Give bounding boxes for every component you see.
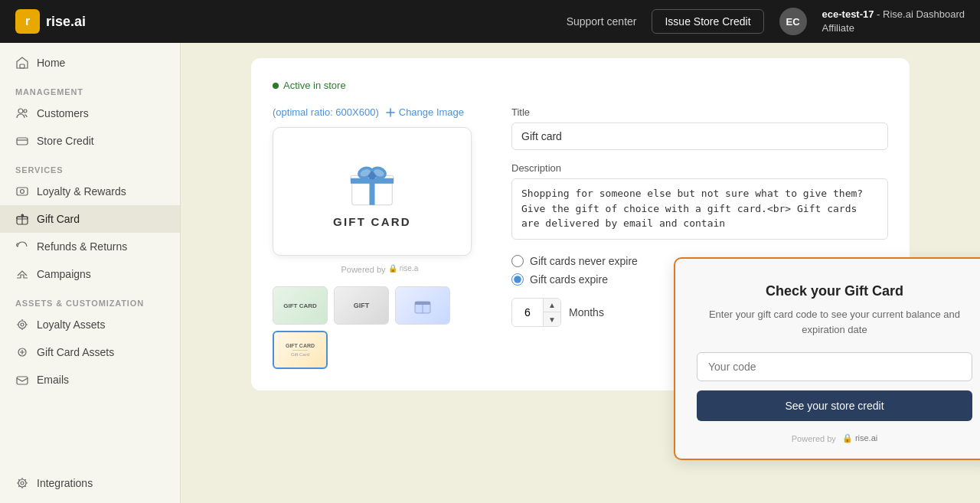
- svg-text:🔒 rise.ai: 🔒 rise.ai: [388, 263, 419, 273]
- months-up-arrow[interactable]: ▲: [544, 299, 560, 312]
- overlay-description: Enter your gift card code to see your cu…: [697, 307, 972, 337]
- user-name: ece-test-17: [822, 8, 874, 20]
- sidebar-gift-card-label: Gift Card: [37, 213, 80, 225]
- sidebar-item-store-credit[interactable]: Store Credit: [0, 127, 180, 155]
- card-thumb-3[interactable]: [395, 286, 450, 325]
- refunds-icon: [15, 240, 29, 253]
- gift-card-preview-label: GIFT CARD: [333, 215, 411, 228]
- sidebar-item-refunds[interactable]: Refunds & Returns: [0, 233, 180, 260]
- sidebar-store-credit-label: Store Credit: [37, 135, 94, 147]
- gift-card-assets-icon: [15, 345, 29, 359]
- sidebar-loyalty-label: Loyalty & Rewards: [37, 185, 126, 198]
- months-label: Months: [569, 306, 604, 318]
- radio-expire-label: Gift cards expire: [530, 273, 608, 286]
- overlay-code-input[interactable]: [697, 352, 972, 381]
- radio-never-expire-label: Gift cards never expire: [530, 255, 638, 267]
- sidebar-customers-label: Customers: [37, 107, 89, 119]
- sidebar: Home MANAGEMENT Customers Store: [0, 43, 181, 503]
- active-badge-text: Active in store: [283, 80, 346, 91]
- card-thumb-1[interactable]: GIFT CARD: [273, 286, 328, 325]
- sidebar-integrations-label: Integrations: [37, 477, 93, 489]
- months-value-input[interactable]: [512, 302, 543, 323]
- svg-point-2: [24, 109, 27, 113]
- overlay-submit-button[interactable]: See your store credit: [697, 390, 972, 421]
- sidebar-item-campaigns[interactable]: Campaigns: [0, 260, 180, 288]
- sidebar-refunds-label: Refunds & Returns: [37, 240, 127, 253]
- gift-box-svg: [345, 155, 399, 209]
- home-icon: [15, 56, 29, 70]
- integrations-icon: [15, 476, 29, 490]
- assets-section-label: ASSETS & CUSTOMIZATION: [0, 288, 180, 311]
- card-thumb-4[interactable]: GIFT CARD Gift Card: [273, 331, 328, 369]
- change-image-label: Change Image: [399, 106, 464, 118]
- svg-rect-11: [17, 377, 28, 384]
- sidebar-item-gift-card[interactable]: Gift Card: [0, 205, 180, 233]
- services-section-label: SERVICES: [0, 155, 180, 178]
- svg-rect-3: [17, 138, 28, 145]
- months-input-wrap: ▲ ▼: [511, 298, 561, 327]
- radio-never-expire-input[interactable]: [511, 255, 524, 267]
- issue-store-credit-button[interactable]: Issue Store Credit: [652, 9, 763, 34]
- svg-point-5: [21, 190, 24, 194]
- sidebar-item-gift-card-assets[interactable]: Gift Card Assets: [0, 338, 180, 366]
- svg-point-9: [21, 323, 24, 326]
- logo-text: rise.ai: [46, 14, 86, 30]
- overlay-panel: Check your Gift Card Enter your gift car…: [674, 257, 980, 460]
- sidebar-gift-card-assets-label: Gift Card Assets: [37, 346, 114, 358]
- logo: r rise.ai: [15, 9, 86, 34]
- gift-card-preview: GIFT CARD: [273, 127, 472, 256]
- sidebar-item-home[interactable]: Home: [0, 49, 180, 77]
- sidebar-loyalty-assets-label: Loyalty Assets: [37, 318, 106, 331]
- radio-expire-input[interactable]: [511, 273, 524, 286]
- card-thumb-2[interactable]: GIFT: [334, 286, 389, 325]
- rise-ai-logo-small: 🔒 rise.ai: [388, 263, 419, 273]
- card-thumbnails: GIFT CARD GIFT GIFT CARD Gift: [273, 286, 487, 369]
- emails-icon: [15, 373, 29, 387]
- main-layout: Home MANAGEMENT Customers Store: [0, 43, 980, 503]
- loyalty-assets-icon: [15, 318, 29, 332]
- sidebar-item-loyalty-rewards[interactable]: Loyalty & Rewards: [0, 178, 180, 205]
- svg-point-8: [18, 321, 26, 328]
- sidebar-item-loyalty-assets[interactable]: Loyalty Assets: [0, 311, 180, 338]
- months-down-arrow[interactable]: ▼: [544, 312, 560, 326]
- user-dashboard: Rise.ai Dashboard: [883, 8, 965, 20]
- topnav: r rise.ai Support center Issue Store Cre…: [0, 0, 980, 43]
- overlay-powered-by: Powered by 🔒 rise.ai: [697, 433, 972, 443]
- svg-rect-4: [17, 188, 28, 195]
- avatar[interactable]: EC: [779, 8, 807, 35]
- customers-icon: [15, 106, 29, 120]
- overlay-title: Check your Gift Card: [697, 283, 972, 299]
- powered-by-text: Powered by 🔒 rise.ai: [273, 263, 487, 274]
- title-input[interactable]: [511, 122, 888, 150]
- store-credit-icon: [15, 134, 29, 148]
- user-info: ece-test-17 - Rise.ai Dashboard Affiliat…: [822, 8, 965, 35]
- management-section-label: MANAGEMENT: [0, 77, 180, 100]
- loyalty-icon: [15, 185, 29, 198]
- svg-point-1: [18, 109, 23, 113]
- gift-card-icon: [15, 212, 29, 226]
- optimal-ratio-text: (optimal ratio: 600X600): [273, 106, 379, 118]
- logo-icon: r: [15, 9, 40, 34]
- sidebar-emails-label: Emails: [37, 374, 69, 386]
- sidebar-item-integrations[interactable]: Integrations: [0, 469, 180, 497]
- description-label: Description: [511, 162, 888, 174]
- months-arrows: ▲ ▼: [543, 299, 560, 326]
- sidebar-campaigns-label: Campaigns: [37, 268, 91, 280]
- campaigns-icon: [15, 267, 29, 281]
- title-label: Title: [511, 106, 888, 118]
- change-image-button[interactable]: Change Image: [385, 106, 464, 118]
- description-textarea[interactable]: Shopping for someone else but not sure w…: [511, 178, 888, 240]
- user-tag: Affiliate: [822, 22, 854, 34]
- support-center-link[interactable]: Support center: [567, 15, 637, 28]
- svg-point-13: [21, 482, 24, 485]
- image-hint-row: (optimal ratio: 600X600) Change Image: [273, 106, 487, 118]
- content-area: Active in store (optimal ratio: 600X600)…: [181, 43, 980, 503]
- sidebar-home-label: Home: [37, 57, 65, 69]
- svg-rect-0: [20, 64, 24, 68]
- active-badge: Active in store: [273, 80, 888, 91]
- left-panel: (optimal ratio: 600X600) Change Image: [273, 106, 487, 369]
- sidebar-item-customers[interactable]: Customers: [0, 100, 180, 127]
- sidebar-item-emails[interactable]: Emails: [0, 366, 180, 394]
